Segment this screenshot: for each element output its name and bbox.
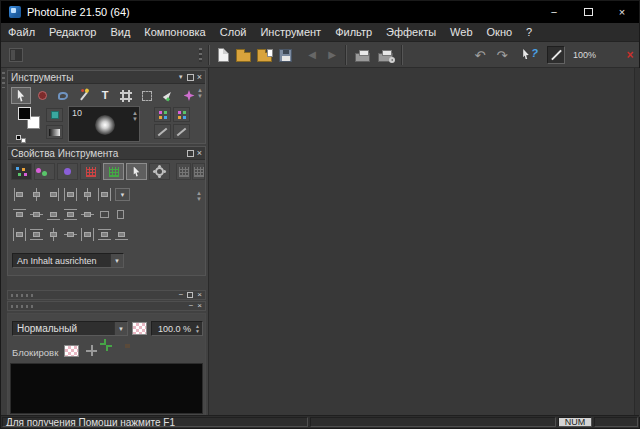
menu-help[interactable]: ?: [519, 23, 539, 41]
nav-forward-button[interactable]: ▶: [323, 46, 341, 64]
green-grid-button[interactable]: [103, 163, 124, 180]
settings-button[interactable]: [149, 163, 170, 180]
effects-tool-button[interactable]: [179, 87, 199, 104]
center-page-v-button[interactable]: [62, 227, 79, 242]
space-vertical-button[interactable]: [28, 227, 45, 242]
align-mode-select[interactable]: An Inhalt ausrichten ▼: [12, 253, 124, 268]
open-button[interactable]: [234, 46, 252, 64]
tools-scroll[interactable]: ▲ ▼: [197, 88, 203, 99]
toolbar-close-button[interactable]: ×: [621, 46, 639, 64]
layer-transparency-swatch[interactable]: [132, 322, 147, 335]
vector-mode-button[interactable]: [11, 163, 32, 180]
context-help-button[interactable]: ?: [521, 46, 539, 64]
line-tool-button[interactable]: [547, 46, 565, 64]
menu-layout[interactable]: Компоновка: [137, 23, 212, 41]
ellipse-select-tool-button[interactable]: [32, 87, 52, 104]
opacity-spinner[interactable]: ▲ ▼: [195, 324, 200, 333]
color-mode-button[interactable]: [46, 108, 63, 122]
chevron-down-icon[interactable]: ▼: [110, 254, 123, 267]
magic-wand-tool-button[interactable]: [74, 87, 94, 104]
print-button[interactable]: [353, 46, 371, 64]
tools-panel-header[interactable]: Инструменты ▼ ×: [8, 71, 205, 84]
align-center-button[interactable]: [28, 187, 45, 202]
restore-icon[interactable]: [187, 292, 193, 298]
redo-button[interactable]: ↷: [493, 46, 511, 64]
grid-option-button-2[interactable]: [192, 163, 205, 180]
menu-file[interactable]: Файл: [1, 23, 42, 41]
lock-transparency-toggle[interactable]: [64, 345, 79, 357]
space-horizontal-button[interactable]: [11, 227, 28, 242]
spread-vertical-button[interactable]: [96, 227, 113, 242]
opacity-field[interactable]: 100.0 % ▲ ▼: [151, 321, 203, 336]
align-right-button[interactable]: [45, 187, 62, 202]
close-icon[interactable]: ×: [197, 291, 202, 299]
save-button[interactable]: [276, 46, 294, 64]
brush-option-button-1[interactable]: [154, 107, 171, 122]
align-top-button[interactable]: [11, 207, 28, 222]
color-dot-button[interactable]: [57, 163, 78, 180]
transform-tool-button[interactable]: [137, 87, 157, 104]
nav-back-button[interactable]: ◀: [303, 46, 321, 64]
minimize-icon[interactable]: −: [179, 291, 184, 299]
distribute-horizontal-2-button[interactable]: [96, 187, 113, 202]
close-icon[interactable]: ×: [197, 149, 202, 158]
menu-web[interactable]: Web: [443, 23, 479, 41]
close-icon[interactable]: ×: [197, 73, 202, 82]
brush-option-button-2[interactable]: [173, 107, 190, 122]
align-baseline-button[interactable]: [113, 227, 130, 242]
red-grid-button[interactable]: [80, 163, 101, 180]
scroll-down-icon[interactable]: ▼: [132, 117, 138, 122]
chevron-down-icon[interactable]: ▼: [114, 322, 127, 335]
properties-scroll[interactable]: ▲ ▼: [196, 191, 202, 202]
brush-preview[interactable]: 10 ▲ ▼: [68, 106, 140, 142]
collapsed-panel-bar-2[interactable]: − ×: [7, 301, 206, 311]
menu-view[interactable]: Вид: [103, 23, 137, 41]
align-middle-button[interactable]: [28, 207, 45, 222]
gradient-button[interactable]: [46, 125, 63, 139]
brush-option-button-3[interactable]: [154, 124, 171, 139]
menu-tool[interactable]: Инструмент: [253, 23, 328, 41]
dock-icon[interactable]: [187, 150, 194, 157]
scroll-down-icon[interactable]: ▼: [197, 94, 203, 99]
crop-tool-button[interactable]: [116, 87, 136, 104]
brush-option-button-4[interactable]: [173, 124, 190, 139]
menu-window[interactable]: Окно: [480, 23, 520, 41]
lasso-tool-button[interactable]: [53, 87, 73, 104]
foreground-background-colors[interactable]: [18, 107, 44, 133]
undo-button[interactable]: ↶: [471, 46, 489, 64]
minimize-button[interactable]: −: [537, 1, 571, 23]
vertical-scrollbar[interactable]: [634, 68, 640, 417]
close-button[interactable]: ×: [605, 1, 639, 23]
collapse-icon[interactable]: ▼: [178, 74, 184, 80]
sidebar-toggle-button[interactable]: [7, 46, 25, 64]
zoom-level[interactable]: 100%: [573, 50, 596, 60]
foreground-color-swatch[interactable]: [18, 107, 31, 120]
minimize-icon[interactable]: −: [189, 302, 194, 310]
menu-filter[interactable]: Фильтр: [328, 23, 379, 41]
align-bottom-button[interactable]: [45, 207, 62, 222]
distribute-horizontal-button[interactable]: [62, 187, 79, 202]
equal-width-button[interactable]: [100, 211, 109, 218]
brush-scroll[interactable]: ▲ ▼: [132, 111, 138, 122]
blend-mode-select[interactable]: Нормальный ▼: [12, 321, 128, 336]
menu-layer[interactable]: Слой: [213, 23, 254, 41]
close-icon[interactable]: ×: [197, 302, 202, 310]
center-page-h-button[interactable]: [45, 227, 62, 242]
browse-button[interactable]: [255, 46, 273, 64]
spin-down-icon[interactable]: ▼: [195, 329, 200, 333]
print-preview-button[interactable]: [376, 46, 394, 64]
properties-panel-header[interactable]: Свойства Инструмента ×: [8, 147, 205, 160]
align-middle-2-button[interactable]: [79, 207, 96, 222]
align-left-button[interactable]: [11, 187, 28, 202]
spread-horizontal-button[interactable]: [79, 227, 96, 242]
new-document-button[interactable]: [214, 46, 232, 64]
dock-icon[interactable]: [187, 74, 194, 81]
scroll-down-icon[interactable]: ▼: [196, 197, 202, 202]
select-tool-button[interactable]: [11, 87, 31, 104]
align-center-2-button[interactable]: [79, 187, 96, 202]
pen-tool-button[interactable]: [158, 87, 178, 104]
default-colors-button[interactable]: [16, 135, 28, 143]
distribute-vertical-button[interactable]: [62, 207, 79, 222]
collapsed-panel-bar-1[interactable]: − ×: [7, 290, 206, 300]
text-tool-button[interactable]: T: [95, 87, 115, 104]
